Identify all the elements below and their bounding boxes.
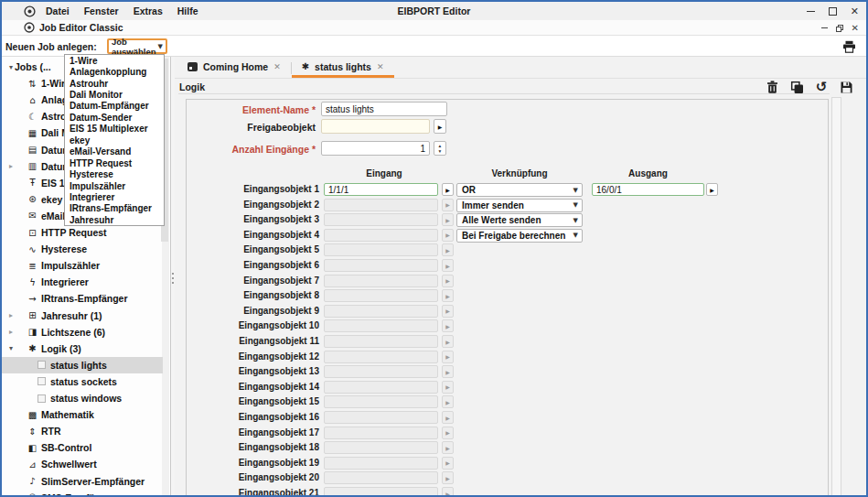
verknuepfung-combobox[interactable]: Immer senden▼ bbox=[456, 199, 583, 212]
eingang-input[interactable] bbox=[324, 457, 438, 470]
tree-item-status-sockets[interactable]: status sockets bbox=[2, 373, 163, 390]
freigabeobjekt-pick-button[interactable]: ▶ bbox=[434, 119, 446, 134]
eingang-pick-button[interactable]: ▶ bbox=[442, 183, 454, 196]
anzahl-eingaenge-stepper[interactable]: ▴▾ bbox=[434, 141, 446, 156]
eingang-input[interactable] bbox=[324, 427, 438, 439]
tree-item-jahresuhr-1-[interactable]: ▸⊞Jahresuhr (1) bbox=[2, 308, 163, 324]
print-icon[interactable] bbox=[841, 39, 856, 53]
eingang-input[interactable] bbox=[324, 441, 438, 454]
verknuepfung-combobox[interactable]: OR▼ bbox=[456, 183, 583, 197]
eingang-input[interactable] bbox=[324, 395, 438, 408]
eingang-input[interactable] bbox=[324, 259, 438, 272]
eingang-pick-button: ▶ bbox=[442, 335, 454, 348]
dropdown-option-anlagenkopplung[interactable]: Anlagenkopplung bbox=[65, 66, 164, 77]
ausgang-pick-button[interactable]: ▶ bbox=[706, 183, 718, 196]
coupling-icon: ⌂ bbox=[27, 95, 38, 105]
tree-item-logik-3-[interactable]: ▾✱Logik (3) bbox=[2, 340, 163, 357]
menu-item-fenster[interactable]: Fenster bbox=[84, 5, 119, 16]
close-icon[interactable]: ✕ bbox=[851, 6, 859, 16]
eingangsobjekt-label: Eingangsobjekt 12 bbox=[175, 351, 319, 362]
expander-closed-icon[interactable]: ▸ bbox=[6, 162, 16, 170]
eingang-input[interactable] bbox=[324, 351, 438, 363]
tree-item-hysterese[interactable]: ∿Hysterese bbox=[2, 241, 163, 257]
expander-open-icon[interactable]: ▾ bbox=[6, 344, 16, 352]
tree-item-status-windows[interactable]: status windows bbox=[2, 390, 163, 406]
eingang-input[interactable] bbox=[324, 411, 438, 424]
eingang-pick-button: ▶ bbox=[442, 229, 454, 242]
menu-item-datei[interactable]: Datei bbox=[46, 5, 70, 16]
menu-item-extras[interactable]: Extras bbox=[134, 5, 163, 16]
sub-minimize-icon[interactable] bbox=[821, 27, 828, 28]
tree-item-slimserver-empf-nger[interactable]: ♪SlimServer-Empfänger bbox=[2, 473, 163, 490]
tree-item-sms-empf-nger[interactable]: ✆SMS-Empfänger bbox=[2, 490, 163, 495]
menu-item-hilfe[interactable]: Hilfe bbox=[177, 5, 198, 16]
eingang-input[interactable] bbox=[324, 487, 438, 495]
dropdown-option-ekey[interactable]: ekey bbox=[65, 135, 164, 146]
tree-item-impulsz-hler[interactable]: ≣Impulszähler bbox=[2, 257, 163, 274]
element-name-input[interactable]: status lights bbox=[321, 102, 447, 116]
dropdown-option-email-versand[interactable]: eMail-Versand bbox=[65, 146, 164, 157]
eingang-input[interactable] bbox=[324, 243, 438, 256]
reload-icon[interactable]: ↺ bbox=[814, 80, 829, 94]
expander-closed-icon[interactable]: ▸ bbox=[6, 311, 16, 319]
delete-icon[interactable] bbox=[765, 80, 779, 94]
dropdown-option-integrierer[interactable]: Integrierer bbox=[65, 191, 164, 202]
dropdown-option-eis-15-multiplexer[interactable]: EIS 15 Multiplexer bbox=[65, 124, 164, 135]
verknuepfung-combobox[interactable]: Alle Werte senden▼ bbox=[456, 213, 583, 227]
dropdown-option-1-wire[interactable]: 1-Wire bbox=[65, 55, 164, 66]
eingang-input[interactable] bbox=[324, 381, 438, 394]
tree-item-rtr[interactable]: ⇕RTR bbox=[2, 423, 163, 439]
eingang-input[interactable] bbox=[324, 275, 438, 287]
expander-closed-icon[interactable]: ▸ bbox=[6, 328, 16, 336]
dropdown-option-astrouhr[interactable]: Astrouhr bbox=[65, 78, 164, 89]
sub-close-icon[interactable]: ✕ bbox=[852, 24, 859, 33]
tab-status-lights[interactable]: ✱ status lights ✕ bbox=[292, 58, 394, 78]
tree-item-mathematik[interactable]: ▩Mathematik bbox=[2, 406, 163, 423]
eingang-input[interactable] bbox=[324, 335, 438, 348]
eingang-input[interactable] bbox=[324, 199, 438, 211]
job-select-combobox[interactable]: Job auswählen ▼ bbox=[107, 38, 167, 54]
logic-row: Eingangsobjekt 11▶ bbox=[175, 335, 723, 348]
anzahl-eingaenge-input[interactable]: 1 bbox=[321, 141, 430, 156]
tab-close-icon[interactable]: ✕ bbox=[273, 62, 281, 71]
eingang-input[interactable] bbox=[324, 471, 438, 484]
dropdown-option-impulsz-hler[interactable]: Impulszähler bbox=[65, 180, 164, 191]
minimize-icon[interactable] bbox=[807, 11, 815, 12]
freigabeobjekt-input[interactable] bbox=[321, 119, 430, 134]
eingang-input[interactable] bbox=[324, 365, 438, 378]
tab-close-icon[interactable]: ✕ bbox=[377, 62, 384, 71]
sub-restore-icon[interactable] bbox=[836, 25, 843, 32]
eingangsobjekt-label: Eingangsobjekt 21 bbox=[175, 488, 319, 495]
tree-item-integrierer[interactable]: ϟIntegrierer bbox=[2, 274, 163, 290]
tree-item-status-lights[interactable]: status lights bbox=[2, 357, 163, 373]
tree-item-schwellwert[interactable]: ⊿Schwellwert bbox=[2, 456, 163, 472]
tree-item-irtrans-empf-nger[interactable]: ⇝IRtrans-Empfänger bbox=[2, 290, 163, 307]
dropdown-option-datum-empf-nger[interactable]: Datum-Empfänger bbox=[65, 101, 164, 112]
tab-coming-home[interactable]: Coming Home ✕ bbox=[177, 58, 291, 78]
ausgang-input[interactable]: 16/0/1 bbox=[592, 183, 704, 196]
eingang-input[interactable] bbox=[324, 289, 438, 302]
verknuepfung-combobox[interactable]: Bei Freigabe berechnen▼ bbox=[456, 229, 583, 243]
dropdown-option-datum-sender[interactable]: Datum-Sender bbox=[65, 112, 164, 123]
dropdown-option-jahresuhr[interactable]: Jahresuhr bbox=[65, 214, 164, 225]
tree-item-label: Jahresuhr (1) bbox=[41, 310, 102, 321]
dropdown-option-dali-monitor[interactable]: Dali Monitor bbox=[65, 89, 164, 100]
tree-item-http-request[interactable]: ⊡HTTP Request bbox=[2, 224, 163, 241]
tree-item-lichtszene-6-[interactable]: ▸◨Lichtszene (6) bbox=[2, 324, 163, 340]
eingang-input[interactable] bbox=[324, 229, 438, 242]
dropdown-option-irtrans-empf-nger[interactable]: IRtrans-Empfänger bbox=[65, 203, 164, 214]
eingang-pick-button: ▶ bbox=[442, 275, 454, 287]
dropdown-option-http-request[interactable]: HTTP Request bbox=[65, 157, 164, 168]
eingang-input[interactable] bbox=[324, 319, 438, 332]
tree-item-label: status sockets bbox=[50, 376, 117, 387]
save-icon[interactable] bbox=[839, 80, 853, 94]
content-scrollbar[interactable] bbox=[831, 97, 841, 495]
eingang-input[interactable] bbox=[324, 305, 438, 318]
dropdown-option-hysterese[interactable]: Hysterese bbox=[65, 168, 164, 179]
eingang-input[interactable]: 1/1/1 bbox=[324, 183, 438, 196]
maximize-icon[interactable] bbox=[829, 7, 837, 16]
moon-icon: ☾ bbox=[27, 112, 38, 122]
eingang-input[interactable] bbox=[324, 213, 438, 226]
duplicate-icon[interactable] bbox=[789, 80, 804, 94]
tree-item-sb-control[interactable]: ◧SB-Control bbox=[2, 439, 163, 456]
